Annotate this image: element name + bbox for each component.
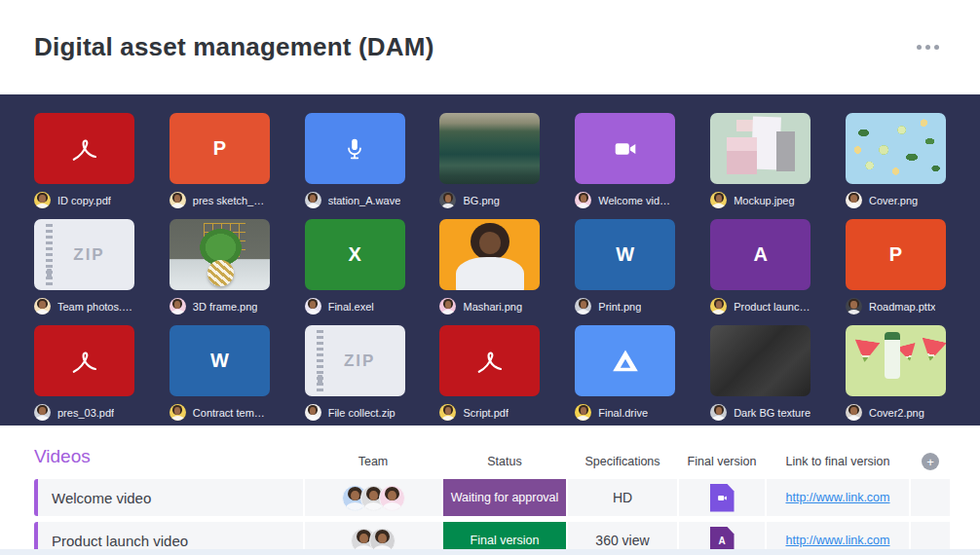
file-meta: Roadmap.pttx bbox=[846, 298, 946, 314]
file-meta: Final.exel bbox=[305, 298, 405, 314]
avatar bbox=[439, 298, 456, 314]
add-column-cell: + bbox=[911, 453, 950, 472]
avatar bbox=[305, 404, 321, 421]
file-meta: Mockup.jpeg bbox=[710, 192, 810, 208]
status-badge[interactable]: Waiting for approval bbox=[443, 479, 566, 516]
files-board: ID copy.pdfPpres sketch_01.pttxstation_A… bbox=[0, 94, 980, 426]
powerpoint-letter: P bbox=[170, 113, 270, 184]
final-version-link[interactable]: http://www.link.com bbox=[786, 534, 890, 547]
word-letter: W bbox=[170, 325, 270, 396]
file-meta: Dark BG texture bbox=[710, 404, 810, 421]
file-card[interactable]: station_A.wave bbox=[305, 113, 405, 208]
bottom-strip bbox=[0, 549, 980, 555]
pdf-icon bbox=[439, 325, 540, 396]
final-version-cell[interactable] bbox=[679, 479, 765, 516]
file-meta: Team photos.zip bbox=[34, 298, 134, 314]
videos-table-header: Videos TeamStatusSpecificationsFinal ver… bbox=[34, 441, 980, 472]
file-label: Print.png bbox=[598, 301, 641, 313]
file-card[interactable]: PRoadmap.pttx bbox=[846, 219, 946, 314]
file-card[interactable]: Script.pdf bbox=[439, 325, 540, 421]
file-card[interactable]: BG.png bbox=[439, 113, 540, 208]
avatar bbox=[379, 485, 405, 511]
file-label: Roadmap.pttx bbox=[869, 301, 935, 313]
portrait-photo bbox=[439, 219, 540, 290]
file-card[interactable]: Cover.png bbox=[846, 113, 946, 208]
file-card[interactable]: pres_03.pdf bbox=[34, 325, 134, 421]
file-label: Welcome video.mp4 bbox=[598, 195, 675, 206]
avatar bbox=[305, 192, 321, 208]
file-label: Contract template bbox=[193, 407, 270, 419]
file-card[interactable]: ZIPTeam photos.zip bbox=[34, 219, 134, 314]
avatar bbox=[846, 404, 862, 421]
specifications-cell[interactable]: HD bbox=[568, 479, 677, 516]
file-label: Product launch video bbox=[734, 301, 810, 313]
file-meta: Print.png bbox=[575, 298, 675, 314]
file-card[interactable]: Ppres sketch_01.pttx bbox=[170, 113, 270, 208]
video-file-icon[interactable] bbox=[710, 484, 735, 512]
dark-texture-photo bbox=[710, 325, 810, 396]
asset-letter: A bbox=[710, 219, 810, 290]
avatar bbox=[439, 192, 456, 208]
column-header-status: Status bbox=[443, 455, 566, 472]
word-letter: W bbox=[575, 219, 675, 290]
watermelon-photo bbox=[846, 325, 946, 396]
file-meta: Final.drive bbox=[575, 404, 675, 421]
final-version-link[interactable]: http://www.link.com bbox=[786, 491, 890, 504]
file-meta: Product launch video bbox=[710, 298, 810, 314]
file-card[interactable]: ID copy.pdf bbox=[34, 113, 134, 208]
file-card[interactable]: Mockup.jpeg bbox=[710, 113, 810, 208]
status-cell: Waiting for approval bbox=[443, 479, 566, 516]
file-card[interactable]: Dark BG texture bbox=[710, 325, 810, 421]
file-meta: Script.pdf bbox=[439, 404, 540, 421]
file-card[interactable]: Cover2.png bbox=[846, 325, 946, 421]
team-cell[interactable] bbox=[305, 479, 441, 516]
file-label: station_A.wave bbox=[328, 195, 401, 206]
file-meta: 3D frame.png bbox=[170, 298, 270, 314]
videos-section: Videos TeamStatusSpecificationsFinal ver… bbox=[0, 426, 980, 555]
avatar bbox=[170, 298, 186, 314]
add-column-button[interactable]: + bbox=[922, 453, 939, 470]
file-label: Script.pdf bbox=[463, 407, 508, 419]
page-title: Digital asset management (DAM) bbox=[34, 32, 434, 62]
file-card[interactable]: 3D frame.png bbox=[170, 219, 270, 314]
pdf-icon bbox=[34, 325, 134, 396]
board-header: Digital asset management (DAM) bbox=[0, 0, 980, 94]
file-card[interactable]: AProduct launch video bbox=[710, 219, 810, 314]
group-title: Videos bbox=[34, 446, 303, 467]
avatar bbox=[846, 298, 862, 314]
file-card[interactable]: Final.drive bbox=[575, 325, 675, 421]
file-meta: Cover.png bbox=[846, 192, 946, 208]
zip-icon: ZIP bbox=[305, 325, 405, 396]
3d-render-photo bbox=[170, 219, 270, 290]
file-meta: pres_03.pdf bbox=[34, 404, 134, 421]
file-label: Final.drive bbox=[598, 407, 648, 419]
ellipsis-icon[interactable] bbox=[915, 39, 941, 56]
file-card[interactable]: Welcome video.mp4 bbox=[575, 113, 675, 208]
avatar bbox=[575, 192, 591, 208]
file-label: Team photos.zip bbox=[57, 301, 134, 313]
file-label: Dark BG texture bbox=[734, 407, 810, 419]
file-card[interactable]: XFinal.exel bbox=[305, 219, 405, 314]
file-card[interactable]: WPrint.png bbox=[575, 219, 675, 314]
avatar bbox=[575, 404, 591, 421]
file-label: pres_03.pdf bbox=[57, 407, 114, 419]
file-card[interactable]: Mashari.png bbox=[439, 219, 540, 314]
cover-photo bbox=[846, 113, 946, 184]
file-label: pres sketch_01.pttx bbox=[193, 195, 270, 206]
video-camera-icon bbox=[575, 113, 675, 184]
avatar bbox=[710, 298, 727, 314]
file-meta: File collect.zip bbox=[305, 404, 405, 421]
file-meta: ID copy.pdf bbox=[34, 192, 134, 208]
excel-letter: X bbox=[305, 219, 405, 290]
file-meta: Cover2.png bbox=[846, 404, 946, 421]
avatar bbox=[34, 192, 51, 208]
file-card[interactable]: ZIPFile collect.zip bbox=[305, 325, 405, 421]
item-name-cell[interactable]: Welcome video bbox=[34, 479, 303, 516]
file-meta: Mashari.png bbox=[439, 298, 540, 314]
column-header-link-to-final-version: Link to final version bbox=[767, 455, 909, 472]
file-card[interactable]: WContract template bbox=[170, 325, 270, 421]
column-header-team: Team bbox=[305, 455, 441, 472]
column-header-specifications: Specifications bbox=[568, 455, 677, 472]
zip-icon: ZIP bbox=[34, 219, 134, 290]
files-grid: ID copy.pdfPpres sketch_01.pttxstation_A… bbox=[34, 113, 946, 431]
